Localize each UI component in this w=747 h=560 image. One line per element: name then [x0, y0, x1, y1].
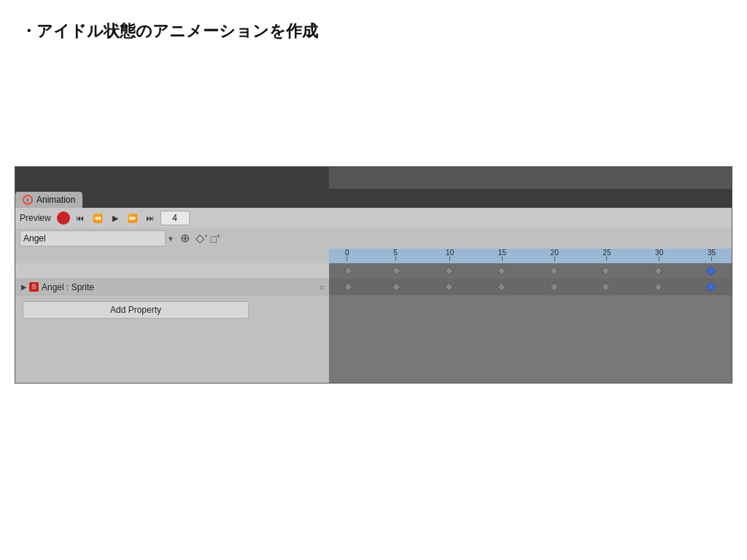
track-label-2: Angel : Sprite — [42, 282, 94, 292]
play-button[interactable]: ▶ — [108, 211, 123, 225]
tick-0 — [347, 257, 347, 261]
track-right-1 — [329, 263, 732, 279]
record-button[interactable] — [57, 211, 70, 225]
keyframe-2-5 — [601, 282, 611, 292]
tick-15 — [502, 257, 503, 261]
keyframe-1-6 — [654, 266, 663, 276]
oval-marker: ○ — [320, 282, 325, 292]
top-bar — [15, 167, 732, 189]
tab-row: Animation — [15, 189, 732, 208]
tick-5 — [395, 257, 396, 261]
ruler-label-25: 25 — [603, 249, 611, 257]
add-property-right — [329, 295, 732, 324]
first-frame-button[interactable]: ⏮ — [73, 211, 88, 225]
prev-frame-button[interactable]: ⏪ — [90, 211, 105, 225]
dropdown-row: Angel ▼ ⊕ ◇+ □+ — [15, 228, 732, 249]
add-property-button[interactable]: Add Property — [23, 301, 249, 319]
last-frame-button[interactable]: ⏭ — [143, 211, 158, 225]
add-track-button[interactable]: □+ — [211, 233, 221, 244]
empty-bottom-left — [15, 324, 329, 383]
ruler-mark-25: 25 — [603, 249, 611, 261]
track-right-2 — [329, 279, 732, 295]
track-row-2: ▶ S Angel : Sprite ○ — [15, 279, 732, 295]
timeline-ruler: 0 5 10 15 — [329, 249, 732, 263]
track-row-1 — [15, 263, 732, 279]
track-expand-icon[interactable]: ▶ — [21, 283, 27, 291]
top-bar-right — [329, 167, 732, 189]
tick-35 — [711, 257, 712, 261]
keyframe-2-4 — [549, 282, 559, 292]
next-frame-button[interactable]: ⏩ — [125, 211, 140, 225]
preview-label: Preview — [20, 213, 51, 223]
sprite-icon: S — [29, 282, 39, 292]
page-title: ・アイドル状態のアニメーションを作成 — [20, 20, 318, 42]
track-left-2: ▶ S Angel : Sprite ○ — [15, 279, 329, 295]
ruler-mark-10: 10 — [446, 249, 454, 261]
empty-bottom — [15, 324, 732, 383]
top-bar-left — [15, 167, 329, 189]
keyframe-1-1 — [392, 266, 401, 276]
keyframe-2-2 — [444, 282, 454, 292]
ruler-mark-35: 35 — [708, 249, 716, 261]
crosshair-button[interactable]: ⊕ — [180, 233, 190, 244]
add-property-section: Add Property — [15, 295, 732, 324]
keyframe-1-0 — [344, 266, 353, 276]
keyframe-1-4 — [549, 266, 559, 276]
frame-input[interactable]: 4 — [160, 211, 190, 225]
keyframe-2-7 — [706, 282, 716, 292]
ruler-label-10: 10 — [446, 249, 454, 257]
keyframe-2-6 — [654, 282, 663, 292]
keyframe-1-7 — [706, 266, 716, 276]
clip-dropdown[interactable]: Angel — [20, 230, 166, 246]
ruler-mark-15: 15 — [498, 249, 506, 261]
clock-icon — [23, 195, 33, 205]
ruler-label-20: 20 — [551, 249, 559, 257]
animation-tab[interactable]: Animation — [15, 192, 82, 208]
timeline-ruler-left — [15, 249, 329, 263]
empty-bottom-right — [329, 324, 732, 383]
add-property-left: Add Property — [15, 295, 329, 324]
tick-30 — [659, 257, 659, 261]
controls-row: Preview ⏮ ⏪ ▶ ⏩ ⏭ 4 — [15, 208, 732, 228]
ruler-label-5: 5 — [393, 249, 398, 257]
dropdown-arrow-icon: ▼ — [167, 235, 174, 243]
keyframe-1-3 — [497, 266, 506, 276]
track-left-1 — [15, 263, 329, 279]
ruler-label-35: 35 — [708, 249, 716, 257]
ruler-mark-30: 30 — [655, 249, 663, 261]
tick-10 — [449, 257, 450, 261]
ruler-label-0: 0 — [345, 249, 349, 257]
tick-25 — [606, 257, 607, 261]
ruler-label-15: 15 — [498, 249, 506, 257]
tab-label: Animation — [36, 195, 75, 205]
ruler-label-30: 30 — [655, 249, 663, 257]
keyframe-1-5 — [601, 266, 611, 276]
ruler-mark-5: 5 — [393, 249, 398, 261]
animation-panel: Animation Preview ⏮ ⏪ ▶ ⏩ ⏭ 4 Angel ▼ ⊕ … — [15, 166, 732, 384]
ruler-marks: 0 5 10 15 — [329, 249, 732, 262]
ruler-mark-20: 20 — [551, 249, 559, 261]
tick-20 — [554, 257, 555, 261]
keyframe-2-1 — [392, 282, 401, 292]
ruler-mark-0: 0 — [345, 249, 349, 261]
keyframe-2-3 — [497, 282, 506, 292]
diamond-plus-button[interactable]: ◇+ — [196, 233, 208, 244]
keyframe-2-0 — [344, 282, 353, 292]
timeline-section: 0 5 10 15 — [15, 249, 732, 263]
keyframe-1-2 — [444, 266, 454, 276]
